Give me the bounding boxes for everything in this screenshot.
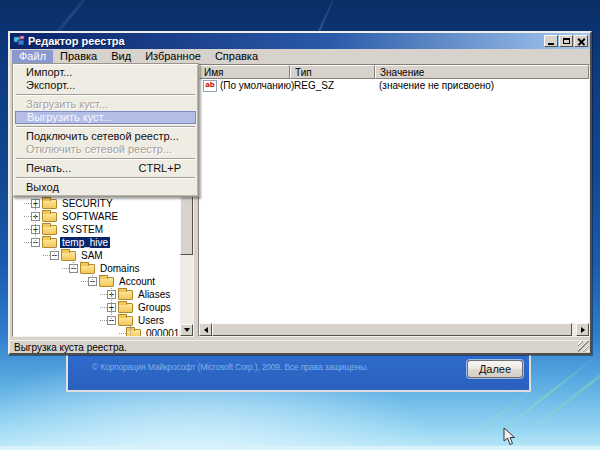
scrollbar-thumb[interactable] bbox=[212, 323, 572, 336]
tree-node-label: Account bbox=[117, 276, 157, 287]
resize-grip[interactable] bbox=[578, 341, 589, 352]
tree-row[interactable]: +SYSTEM bbox=[13, 223, 193, 236]
menu-item[interactable]: Отключить сетевой реестр... bbox=[14, 143, 197, 156]
tree-row[interactable]: 000001F4 bbox=[13, 327, 193, 337]
tree-row[interactable]: −Account bbox=[13, 275, 193, 288]
menu-separator bbox=[16, 177, 195, 179]
maximize-icon bbox=[563, 38, 570, 44]
list-horizontal-scrollbar[interactable] bbox=[199, 323, 589, 336]
tree-connector bbox=[119, 333, 126, 334]
menu-item[interactable]: Импорт... bbox=[14, 66, 197, 79]
column-header-имя[interactable]: Имя bbox=[199, 65, 290, 79]
tree-connector bbox=[43, 255, 50, 256]
list-header: ИмяТипЗначение bbox=[199, 65, 589, 79]
tree-node-label: SECURITY bbox=[60, 198, 115, 209]
tree-connector bbox=[24, 203, 31, 204]
tree-connector bbox=[62, 268, 69, 269]
close-button[interactable] bbox=[574, 35, 588, 47]
tree-connector bbox=[100, 307, 107, 308]
folder-icon bbox=[42, 212, 57, 222]
tree-node-label: Domains bbox=[98, 263, 141, 274]
setup-wizard-panel: © Корпорация Майкрософт (Microsoft Corp.… bbox=[66, 355, 531, 392]
tree-guide-line bbox=[111, 286, 112, 321]
tree-guide-line bbox=[130, 325, 131, 337]
tree-guide-line bbox=[54, 247, 55, 256]
status-text: Выгрузка куста реестра. bbox=[14, 342, 127, 353]
tree-row[interactable]: −temp_hive bbox=[13, 236, 193, 249]
value-name: (По умолчанию) bbox=[220, 80, 294, 91]
registry-values-pane[interactable]: ИмяТипЗначение ab(По умолчанию)REG_SZ(зн… bbox=[198, 64, 590, 337]
menu-shortcut: CTRL+P bbox=[139, 162, 182, 175]
menu-item[interactable]: Выход bbox=[14, 181, 197, 194]
background-bottom-glow bbox=[0, 446, 600, 450]
tree-guide-line bbox=[35, 192, 36, 243]
tree-connector bbox=[100, 320, 107, 321]
menu-bar: ФайлПравкаВидИзбранноеСправка bbox=[10, 49, 590, 63]
folder-icon bbox=[42, 199, 57, 209]
folder-icon bbox=[118, 290, 133, 300]
value-data-cell: (значение не присвоено) bbox=[375, 80, 589, 91]
tree-guide-line bbox=[92, 273, 93, 282]
tree-node-label: SOFTWARE bbox=[60, 211, 120, 222]
menu-separator bbox=[16, 158, 195, 160]
ab-string-icon: ab bbox=[203, 80, 217, 92]
folder-icon bbox=[42, 225, 57, 235]
value-type-cell: REG_SZ bbox=[290, 80, 375, 91]
menu-separator bbox=[16, 94, 195, 96]
tree-row[interactable]: +Aliases bbox=[13, 288, 193, 301]
value-row[interactable]: ab(По умолчанию)REG_SZ(значение не присв… bbox=[199, 79, 589, 92]
folder-icon bbox=[126, 329, 141, 337]
tree-row[interactable]: +Groups bbox=[13, 301, 193, 314]
folder-icon bbox=[118, 303, 133, 313]
tree-guide-line bbox=[73, 260, 74, 269]
scroll-down-button[interactable] bbox=[180, 324, 193, 336]
registry-editor-window: Редактор реестра ФайлПравкаВидИзбранноеС… bbox=[8, 31, 592, 355]
menubar-item-вид[interactable]: Вид bbox=[104, 50, 138, 63]
file-menu-dropdown: Импорт...Экспорт...Загрузить куст...Выгр… bbox=[12, 63, 199, 197]
tree-row[interactable]: −SAM bbox=[13, 249, 193, 262]
maximize-button[interactable] bbox=[559, 35, 573, 47]
scroll-left-icon bbox=[201, 327, 208, 333]
tree-connector bbox=[24, 216, 31, 217]
scroll-right-button[interactable] bbox=[576, 323, 589, 336]
menu-item[interactable]: Экспорт... bbox=[14, 79, 197, 92]
tree-row[interactable]: +SOFTWARE bbox=[13, 210, 193, 223]
tree-row[interactable]: +SECURITY bbox=[13, 197, 193, 210]
minimize-button[interactable] bbox=[544, 35, 558, 47]
tree-connector bbox=[24, 229, 31, 230]
tree-row[interactable]: −Domains bbox=[13, 262, 193, 275]
menu-item[interactable]: Загрузить куст... bbox=[14, 98, 197, 111]
status-bar: Выгрузка куста реестра. bbox=[10, 340, 590, 353]
mouse-cursor bbox=[503, 427, 517, 446]
next-button[interactable]: Далее bbox=[467, 360, 523, 378]
tree-connector bbox=[100, 294, 107, 295]
menu-item[interactable]: Выгрузить куст... bbox=[15, 111, 196, 124]
tree-node-label: temp_hive bbox=[60, 237, 110, 248]
scroll-right-icon bbox=[581, 327, 588, 333]
tree-node-label: SAM bbox=[79, 250, 105, 261]
registry-icon bbox=[13, 35, 25, 47]
scroll-left-button[interactable] bbox=[199, 323, 212, 336]
tree-node-label: Users bbox=[136, 315, 166, 326]
menu-item[interactable]: Подключить сетевой реестр... bbox=[14, 130, 197, 143]
scroll-down-icon bbox=[184, 328, 190, 335]
tree-connector bbox=[81, 281, 88, 282]
tree-node-label: SYSTEM bbox=[60, 224, 105, 235]
title-bar[interactable]: Редактор реестра bbox=[10, 33, 590, 49]
tree-node-label: Aliases bbox=[136, 289, 172, 300]
menu-item[interactable]: Печать...CTRL+P bbox=[14, 162, 197, 175]
menubar-item-справка[interactable]: Справка bbox=[208, 50, 265, 63]
tree-row[interactable]: −Users bbox=[13, 314, 193, 327]
screen: © Корпорация Майкрософт (Microsoft Corp.… bbox=[0, 0, 600, 450]
window-title: Редактор реестра bbox=[28, 35, 125, 47]
menubar-item-файл[interactable]: Файл bbox=[12, 50, 53, 63]
tree-node-label: Groups bbox=[136, 302, 173, 313]
value-name-cell: ab(По умолчанию) bbox=[199, 80, 290, 92]
column-header-тип[interactable]: Тип bbox=[290, 65, 375, 79]
copyright-text: © Корпорация Майкрософт (Microsoft Corp.… bbox=[92, 362, 368, 372]
tree-connector bbox=[24, 242, 31, 243]
menubar-item-избранное[interactable]: Избранное bbox=[138, 50, 208, 63]
column-header-значение[interactable]: Значение bbox=[375, 65, 589, 79]
menubar-item-правка[interactable]: Правка bbox=[53, 50, 104, 63]
window-controls bbox=[544, 35, 588, 47]
